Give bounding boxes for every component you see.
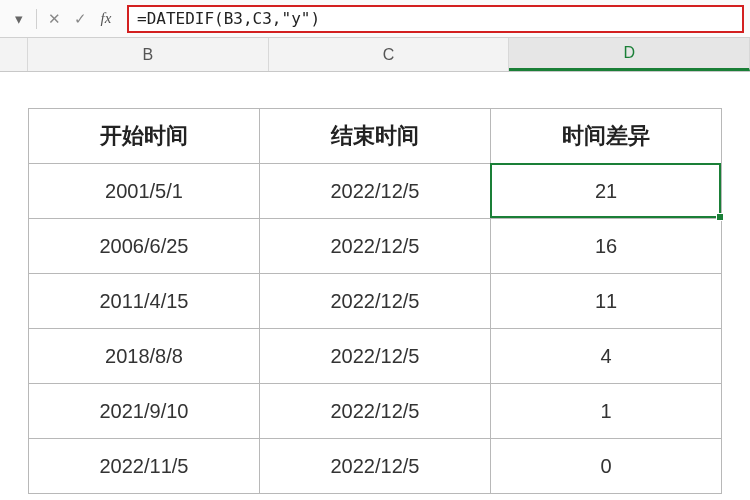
table-row: 2006/6/252022/12/516 [29,219,722,274]
chevron-down-icon: ▾ [15,10,23,28]
table-row: 2001/5/12022/12/521 [29,164,722,219]
table-row: 2022/11/52022/12/50 [29,439,722,494]
cell-end[interactable]: 2022/12/5 [260,219,491,274]
header-start[interactable]: 开始时间 [29,109,260,164]
check-icon: ✓ [74,10,87,28]
cell-diff[interactable]: 0 [491,439,722,494]
divider [36,9,37,29]
col-header-b[interactable]: B [28,38,269,71]
cell-end[interactable]: 2022/12/5 [260,439,491,494]
col-header-d[interactable]: D [509,38,750,71]
column-header-row: B C D [0,38,750,72]
select-all-corner[interactable] [0,38,28,71]
formula-bar: ▾ ✕ ✓ fx =DATEDIF(B3,C3,"y") [0,0,750,38]
confirm-formula-button[interactable]: ✓ [67,6,93,32]
cell-start[interactable]: 2011/4/15 [29,274,260,329]
cell-diff[interactable]: 16 [491,219,722,274]
close-icon: ✕ [48,10,61,28]
fx-icon: fx [101,10,112,27]
cell-diff[interactable]: 21 [491,164,722,219]
header-end[interactable]: 结束时间 [260,109,491,164]
cell-diff[interactable]: 1 [491,384,722,439]
cell-start[interactable]: 2001/5/1 [29,164,260,219]
cell-diff[interactable]: 11 [491,274,722,329]
table-row: 2018/8/82022/12/54 [29,329,722,384]
cell-start[interactable]: 2022/11/5 [29,439,260,494]
table-row: 2011/4/152022/12/511 [29,274,722,329]
formula-input[interactable]: =DATEDIF(B3,C3,"y") [127,5,744,33]
cell-end[interactable]: 2022/12/5 [260,274,491,329]
header-diff[interactable]: 时间差异 [491,109,722,164]
cell-end[interactable]: 2022/12/5 [260,329,491,384]
cell-end[interactable]: 2022/12/5 [260,384,491,439]
namebox-dropdown[interactable]: ▾ [6,6,32,32]
insert-function-button[interactable]: fx [93,6,119,32]
table-header-row: 开始时间 结束时间 时间差异 [29,109,722,164]
col-header-c[interactable]: C [269,38,510,71]
table-row: 2021/9/102022/12/51 [29,384,722,439]
cell-start[interactable]: 2018/8/8 [29,329,260,384]
cell-diff[interactable]: 4 [491,329,722,384]
cell-end[interactable]: 2022/12/5 [260,164,491,219]
cell-start[interactable]: 2021/9/10 [29,384,260,439]
cancel-formula-button[interactable]: ✕ [41,6,67,32]
formula-text: =DATEDIF(B3,C3,"y") [137,9,320,28]
cell-start[interactable]: 2006/6/25 [29,219,260,274]
data-table: 开始时间 结束时间 时间差异 2001/5/12022/12/5212006/6… [28,108,722,494]
worksheet-area[interactable]: 开始时间 结束时间 时间差异 2001/5/12022/12/5212006/6… [0,72,750,494]
